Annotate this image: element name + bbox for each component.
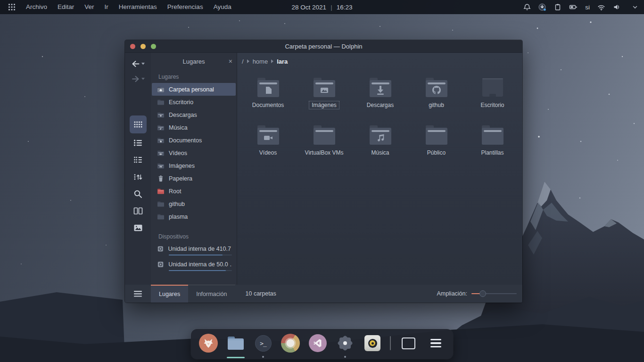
folder-label: Descargas [364,101,396,109]
dock-terminal[interactable]: >_ [253,333,273,353]
place-label: Música [169,124,188,131]
menu-preferencias[interactable]: Preferencias [162,0,208,14]
clipboard-icon[interactable] [554,3,561,11]
volume-icon[interactable] [613,3,620,11]
tab-label: Información [196,291,227,297]
place-plasma[interactable]: plasma [152,210,236,223]
place-root[interactable]: Root [152,185,236,197]
breadcrumb-root[interactable]: / [242,58,244,65]
dock-show-desktop[interactable] [398,333,418,353]
documents-folder-icon [157,137,165,144]
place-videos[interactable]: Vídeos [152,147,236,159]
menu-editar[interactable]: Editar [52,0,79,14]
search-button[interactable] [130,185,147,202]
clock[interactable]: 28 Oct 2021 | 16:23 [292,4,353,11]
folder-label: Vídeos [256,148,280,157]
place-documentos[interactable]: Documentos [152,134,236,147]
window-title: Carpeta personal — Dolphin [285,43,362,50]
folder-github[interactable]: github [408,74,464,122]
updates-icon[interactable] [538,3,546,11]
dock-vscode[interactable] [308,333,328,353]
compact-view-button[interactable] [130,151,147,168]
minimize-window-button[interactable] [140,44,146,49]
folder-videos[interactable]: Vídeos [240,122,296,170]
dock-audio-player[interactable] [363,333,382,353]
system-tray: si [523,3,638,11]
menu-archivo[interactable]: Archivo [21,0,52,14]
window-titlebar[interactable]: Carpeta personal — Dolphin [125,40,522,53]
panel-menu-button[interactable] [125,291,151,297]
folder-icon [157,213,165,221]
folder-icon [157,200,165,208]
dock-settings[interactable] [335,333,355,353]
forward-button[interactable] [132,71,145,86]
dock-file-manager[interactable] [226,333,246,353]
folder-virtualbox-vms[interactable]: VirtualBox VMs [296,122,352,170]
icons-view-button[interactable] [130,115,147,133]
breadcrumb-caret-icon [247,59,249,63]
device-internal-drive-2[interactable]: Unidad interna de 50.0 … [152,259,236,274]
close-window-button[interactable] [130,44,135,49]
menu-herramientas[interactable]: Herramientas [114,0,162,14]
place-papelera[interactable]: Papelera [152,172,236,185]
place-escritorio[interactable]: Escritorio [152,96,236,108]
tab-informacion[interactable]: Información [188,285,235,303]
preview-panel-button[interactable] [130,219,147,236]
devices-section-header: Dispositivos [151,230,237,243]
dock-firefox[interactable] [198,333,218,353]
breadcrumb-current[interactable]: lara [277,58,288,65]
folder-escritorio[interactable]: Escritorio [464,74,520,122]
notifications-bell-icon[interactable] [523,3,531,11]
split-view-button[interactable] [130,202,147,219]
folder-musica[interactable]: Música [352,122,408,170]
zoom-slider-knob[interactable] [479,290,486,297]
battery-icon[interactable] [569,3,578,11]
chevron-down-icon[interactable] [632,4,638,10]
device-label: Unidad interna de 410.7 … [168,246,232,252]
place-carpeta-personal[interactable]: Carpeta personal [152,83,236,96]
file-manager-icon [227,336,245,351]
dock-chromium[interactable] [281,333,300,353]
place-label: Escritorio [169,99,193,106]
menu-ver[interactable]: Ver [79,0,99,14]
keyboard-layout-indicator[interactable]: si [585,4,590,11]
close-panel-button[interactable]: × [229,58,232,65]
place-descargas[interactable]: Descargas [152,108,236,121]
folder-label: Plantillas [478,148,506,157]
wifi-icon[interactable] [597,4,605,11]
folder-imagenes[interactable]: Imágenes [296,74,352,122]
place-imagenes[interactable]: Imágenes [152,159,236,172]
zoom-label: Ampliación: [437,290,467,297]
folder-publico[interactable]: Público [408,122,464,170]
tab-lugares[interactable]: Lugares [151,285,188,303]
desktop: Archivo Editar Ver Ir Herramientas Prefe… [0,0,644,362]
menu-ir[interactable]: Ir [99,0,114,14]
tab-label: Lugares [159,291,180,297]
back-history-caret-icon[interactable] [141,63,145,65]
folder-icon [311,124,338,146]
app-launcher-icon[interactable] [6,0,18,14]
details-view-button[interactable] [130,134,147,151]
sort-order-button[interactable] [130,168,147,185]
documents-folder-icon [255,77,281,99]
place-label: Papelera [169,175,192,182]
clock-time: 16:23 [337,4,353,11]
dock-app-menu[interactable] [426,333,446,353]
maximize-window-button[interactable] [151,44,156,49]
terminal-icon: >_ [255,335,272,352]
place-github[interactable]: github [152,197,236,210]
folder-documentos[interactable]: Documentos [240,74,296,122]
menu-ayuda[interactable]: Ayuda [208,0,237,14]
breadcrumb-home[interactable]: home [253,58,268,65]
folder-descargas[interactable]: Descargas [352,74,408,122]
breadcrumb: / home lara [237,53,522,70]
place-musica[interactable]: Música [152,121,236,134]
zoom-slider[interactable] [471,290,517,297]
device-internal-drive-1[interactable]: Unidad interna de 410.7 … [152,244,236,258]
back-button[interactable] [132,56,145,71]
forward-history-caret-icon[interactable] [141,78,145,80]
place-label: Imágenes [169,163,195,169]
settings-gear-icon [336,334,354,352]
folder-label: github [426,101,447,109]
folder-plantillas[interactable]: Plantillas [464,122,520,170]
